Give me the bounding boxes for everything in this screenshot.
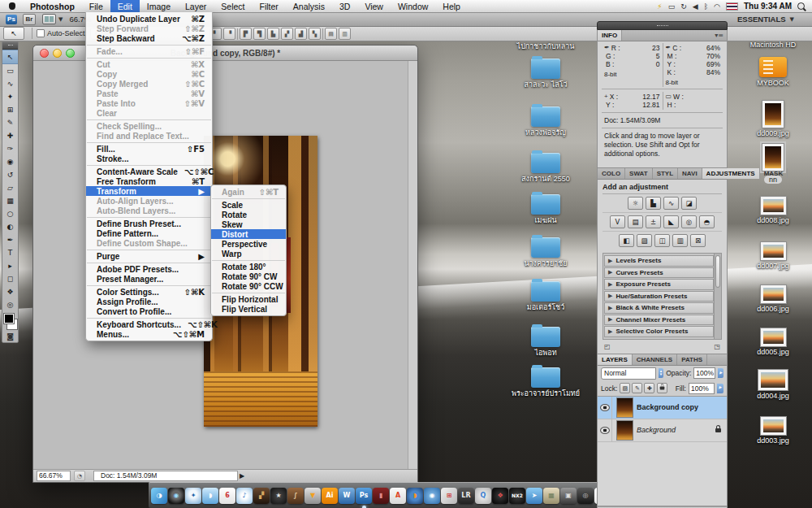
levels-icon[interactable]: ▙	[646, 197, 661, 210]
lasso-tool[interactable]: ∿	[2, 77, 18, 90]
menu-item[interactable]: Copy ⌘C	[86, 69, 212, 79]
apple-menu[interactable]	[0, 0, 23, 12]
photo-frame[interactable]: ▣	[560, 488, 577, 504]
menu-item[interactable]: Paste Into ⇧⌘V	[86, 98, 212, 108]
desktop-folder[interactable]: นางควรยาชัย	[510, 237, 581, 267]
visibility-toggle[interactable]	[598, 419, 612, 441]
illustrator[interactable]: Ai	[322, 488, 338, 504]
black-white-icon[interactable]: ◣	[663, 215, 679, 228]
auto-select-checkbox[interactable]	[37, 29, 45, 37]
menu-item[interactable]: Auto-Align Layers...	[86, 196, 212, 206]
desktop-folder[interactable]: สงกรานต์ 2550	[510, 153, 581, 183]
menubar-item[interactable]: Image	[140, 0, 178, 12]
photo-tool-blue[interactable]: ➤	[526, 488, 542, 504]
desktop-file[interactable]: dd004.jpg	[737, 370, 809, 400]
vertical-scrollbar[interactable]	[408, 61, 417, 470]
safari[interactable]: ✦	[185, 488, 201, 504]
menu-item[interactable]	[87, 58, 211, 59]
submenu-item[interactable]: Flip Vertical	[211, 304, 286, 314]
zoom-level-field[interactable]: 66.67%	[37, 471, 71, 481]
panel-tab[interactable]: MASK	[760, 168, 788, 179]
desktop-file[interactable]: nn	[737, 144, 809, 185]
ical[interactable]: 6	[219, 488, 235, 504]
menu-item[interactable]: Cut ⌘X	[86, 59, 212, 69]
lock-position-icon[interactable]: ✚	[644, 383, 654, 393]
submenu-item[interactable]	[212, 260, 285, 261]
posterize-icon[interactable]: ▨	[637, 234, 652, 247]
gradient-map-icon[interactable]: ▥	[672, 234, 688, 247]
menu-item[interactable]: Stroke...	[86, 154, 212, 163]
bridge-icon[interactable]: Br	[23, 14, 36, 25]
submenu-item[interactable]: Rotate 180°	[211, 262, 286, 271]
brightness-contrast-icon[interactable]: ☼	[628, 197, 643, 210]
align-icon[interactable]: ▞	[281, 28, 293, 40]
submenu-item[interactable]: Again ⇧⌘T	[211, 187, 286, 197]
menu-item[interactable]: Define Pattern...	[86, 228, 212, 238]
blend-mode-select[interactable]: Normal	[601, 367, 656, 380]
minimize-button[interactable]	[53, 49, 62, 58]
desktop-folder[interactable]: ไอพอท	[510, 327, 581, 357]
chevron-down-icon[interactable]: ▼	[58, 16, 63, 23]
desktop-file[interactable]: dd007.jpg	[737, 242, 809, 270]
color-balance-icon[interactable]: ±	[646, 215, 661, 228]
menu-item[interactable]: Fade... ⇧⌘F	[86, 46, 212, 56]
disclosure-triangle-icon[interactable]: ▶	[608, 258, 612, 264]
menu-item[interactable]	[87, 142, 211, 143]
preset-group-row[interactable]: ▶ Levels Presets	[604, 255, 714, 267]
panel-tab[interactable]: STYL	[653, 168, 678, 179]
firefox[interactable]: ◗	[407, 488, 423, 504]
red-media-app[interactable]: ▮	[373, 488, 389, 504]
vibrance-icon[interactable]: V	[610, 215, 625, 228]
disclosure-triangle-icon[interactable]: ▶	[608, 305, 612, 311]
menu-item[interactable]: Convert to Profile...	[86, 306, 212, 316]
menu-item[interactable]: Menus... ⌥⇧⌘M	[86, 329, 212, 339]
menu-item[interactable]: Auto-Blend Layers...	[86, 206, 212, 215]
align-icon[interactable]: ▟	[295, 28, 307, 40]
menubar-item[interactable]: Filter	[252, 0, 285, 12]
photoshop[interactable]: Ps	[356, 488, 372, 504]
lock-transparency-icon[interactable]: ▨	[620, 383, 630, 393]
quick-mask-button[interactable]: ◙	[2, 331, 18, 342]
panel-tab[interactable]: LAYERS	[598, 354, 633, 365]
dashboard[interactable]: ◉	[168, 488, 184, 504]
foreground-color-swatch[interactable]	[4, 314, 14, 323]
menubar-item[interactable]: File	[82, 0, 110, 12]
clone-stamp-tool[interactable]: ◉	[2, 155, 18, 168]
wifi-icon[interactable]: ◠	[714, 2, 720, 11]
map-photo[interactable]: ▦	[543, 488, 559, 504]
panel-tab[interactable]: COLO	[598, 168, 625, 179]
imovie[interactable]: ★	[270, 488, 287, 504]
history-brush-tool[interactable]: ↺	[2, 168, 18, 181]
layer-name[interactable]: Background copy	[637, 403, 698, 411]
menu-item[interactable]: Keyboard Shortcuts... ⌥⇧⌘K	[86, 319, 212, 329]
photos-dark[interactable]: ▞	[253, 488, 270, 504]
submenu-item[interactable]: Perspective	[211, 239, 286, 249]
lightroom[interactable]: LR	[458, 488, 474, 504]
dodge-tool[interactable]: ◐	[2, 220, 18, 233]
menu-item[interactable]: Assign Profile...	[86, 297, 212, 306]
menu-item[interactable]: Step Forward ⇧⌘Z	[86, 24, 212, 33]
path-selection-tool[interactable]: ▸	[2, 259, 18, 272]
zoom-tool[interactable]: ◎	[2, 298, 18, 311]
acrobat-reader[interactable]: A	[390, 488, 406, 504]
tools-panel-grip[interactable]	[2, 42, 18, 50]
menu-item[interactable]	[87, 217, 211, 218]
status-menu-arrow[interactable]: ▶	[240, 472, 244, 480]
align-icon[interactable]: ▛	[240, 28, 252, 40]
word[interactable]: W	[339, 488, 355, 504]
menu-item[interactable]: Preset Manager...	[86, 274, 212, 284]
toast[interactable]: ▼	[304, 488, 321, 504]
panel-expand-icon[interactable]: ◰	[604, 343, 611, 350]
menu-item[interactable]	[87, 165, 211, 166]
menubar-item[interactable]: Photoshop	[23, 0, 82, 12]
photo-filter-icon[interactable]: ◎	[681, 215, 697, 228]
picasa[interactable]: ❖	[492, 488, 508, 504]
menubar-item[interactable]: View	[357, 0, 391, 12]
menu-item[interactable]	[87, 250, 211, 250]
panel-clip-icon[interactable]: ◳	[714, 343, 720, 350]
panel-dock-grip[interactable]	[597, 21, 728, 30]
submenu-item[interactable]: Warp	[211, 249, 286, 258]
panel-tab[interactable]: ADJUSTMENTS	[702, 168, 760, 179]
doc-size-field[interactable]: Doc: 1.54M/3.09M	[93, 471, 238, 481]
preset-group-row[interactable]: ▶ Black & White Presets	[604, 302, 714, 314]
